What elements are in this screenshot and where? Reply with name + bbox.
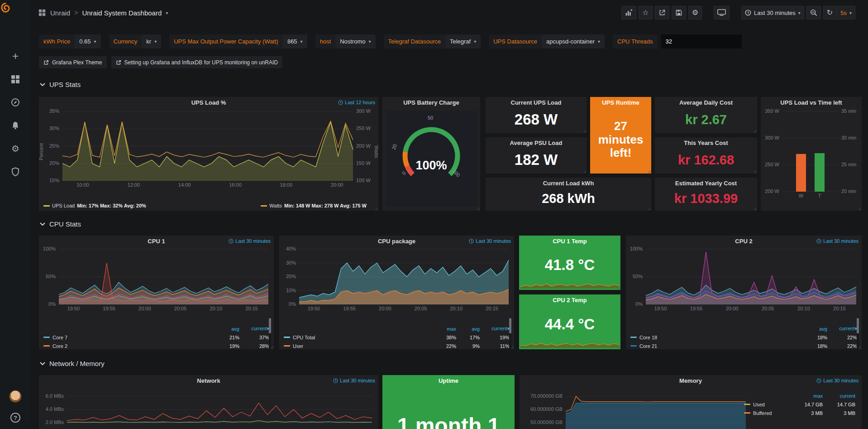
legend-series-name[interactable]: Core 2 (43, 343, 211, 349)
dashboard-grid-icon[interactable] (38, 9, 46, 17)
panel-title[interactable]: CPU 1 Temp (519, 236, 620, 247)
legend-scrollbar[interactable] (857, 317, 859, 351)
refresh-button[interactable]: ↻ 5s ▾ (823, 6, 855, 19)
legend-series-name[interactable]: Core 7 (43, 335, 211, 340)
legend-series-name[interactable]: CPU Total (284, 335, 431, 340)
variable-telegraf-datasource[interactable]: Telegraf Datasource Telegraf▾ (384, 34, 481, 48)
cpu-threads-input[interactable] (661, 34, 742, 48)
axis-tick: 20:00 (374, 306, 396, 311)
legend-item[interactable]: UPS Load Min: 17% Max: 32% Avg: 20% (43, 203, 146, 208)
section-title: Network / Memory (49, 360, 105, 367)
variable-kwh-price[interactable]: kWh Price 0.65▾ (39, 34, 101, 48)
panel-time-range: Last 30 minutes (229, 238, 271, 244)
panel-title[interactable]: Memory (520, 375, 862, 387)
dashboards-icon[interactable] (10, 74, 21, 85)
chart-legend: maxavgcurrent▾ CPU Total 38% 17% 19% Use… (284, 324, 510, 350)
panel-title[interactable]: CPU 2 Temp (519, 294, 620, 306)
grafana-logo-icon[interactable] (0, 0, 11, 11)
panel-title[interactable]: Network (39, 375, 378, 387)
axis-tick: 20:15 (829, 306, 850, 311)
zoom-out-button[interactable] (806, 6, 821, 19)
axis-tick: 35% (42, 108, 59, 114)
dropdown-caret-icon: ▾ (94, 39, 96, 44)
axis-tick: 12:00 (123, 182, 144, 188)
axis-tick: 19:50 (650, 306, 672, 311)
gauge-value: 100% (386, 159, 477, 173)
panel-title[interactable]: Average Daily Cost (655, 97, 757, 109)
dashboard-picker-caret-icon[interactable]: ▾ (166, 10, 168, 15)
add-panel-button[interactable] (621, 6, 636, 19)
legend-header[interactable]: avg (211, 326, 239, 332)
variable-ups-datasource[interactable]: UPS Datasource apcupsd-container▾ (489, 34, 605, 48)
variable-host[interactable]: host Nostromo▾ (315, 34, 376, 48)
legend-series-name[interactable]: Buffered (744, 410, 790, 416)
axis-tick: 30 min (841, 135, 859, 140)
link-grafana-plex-theme[interactable]: Grafana Plex Theme (39, 56, 107, 68)
panel-title[interactable]: Estimated Yearly Cost (655, 178, 757, 189)
panel-title[interactable]: UPS Load vs Time left (761, 97, 862, 109)
legend-series-name[interactable]: Used (744, 402, 790, 407)
legend-scrollbar[interactable] (269, 317, 271, 351)
legend-header[interactable]: avg (799, 326, 827, 332)
axis-tick: 0% (282, 301, 296, 307)
gauge-tick: 50 (428, 115, 433, 121)
cycle-view-tv-button[interactable] (714, 6, 730, 19)
legend-header[interactable]: max (431, 326, 456, 332)
link-label: Setting up Grafana and InfluxDB for UPS … (124, 59, 278, 66)
dropdown-caret-icon: ▾ (369, 39, 371, 44)
breadcrumb-separator: > (74, 9, 78, 16)
panel-title[interactable]: Current UPS Load (486, 97, 587, 109)
legend-header[interactable]: max (790, 393, 823, 399)
clock-icon (469, 239, 474, 244)
panel-title[interactable]: Average PSU Load (486, 137, 587, 149)
axis-tick: 350 W (763, 108, 779, 114)
variable-currency[interactable]: Currency kr▾ (109, 34, 162, 48)
dashboard-title[interactable]: Unraid System Dashboard (82, 9, 162, 17)
dropdown-caret-icon: ▾ (154, 39, 157, 44)
legend-header[interactable]: avg (456, 326, 480, 332)
time-picker-button[interactable]: Last 30 minutes ▾ (741, 6, 804, 19)
create-icon[interactable]: + (10, 51, 21, 62)
star-button[interactable]: ☆ (639, 6, 652, 19)
variable-ups-max-power[interactable]: UPS Max Output Power Capacity (Watt) 865… (169, 34, 307, 48)
legend-series-name[interactable]: User (284, 343, 431, 349)
variable-label: kWh Price (39, 34, 75, 48)
panel-title[interactable]: UPS Load % (39, 97, 378, 109)
share-button[interactable] (655, 6, 669, 19)
time-picker-caret-icon: ▾ (798, 10, 801, 15)
panel-title[interactable]: UPS Battery Charge (382, 97, 480, 109)
explore-icon[interactable] (10, 97, 21, 108)
legend-value: 14.7 GB (823, 402, 855, 407)
alerting-bell-icon[interactable] (10, 120, 21, 131)
section-ups-stats[interactable]: UPS Stats (40, 81, 81, 88)
help-icon[interactable]: ? (10, 413, 20, 423)
breadcrumb-folder[interactable]: Unraid (50, 9, 70, 17)
save-button[interactable] (672, 6, 686, 19)
panel-cpu-package: CPU package Last 30 minutes 40%30%20%10%… (279, 236, 514, 349)
legend-scrollbar[interactable] (509, 317, 511, 351)
section-network-memory[interactable]: Network / Memory (40, 360, 105, 367)
configuration-gear-icon[interactable]: ⚙ (10, 143, 21, 154)
user-avatar[interactable] (9, 390, 22, 403)
legend-header[interactable]: current▾ (480, 326, 510, 332)
dashboard-settings-button[interactable]: ⚙ (688, 6, 702, 19)
panel-title[interactable]: This Years Cost (655, 137, 757, 149)
stat-value: 1 month 1 (382, 413, 515, 429)
axis-tick: 70.000000 GB (522, 393, 563, 399)
section-cpu-stats[interactable]: CPU Stats (40, 220, 81, 228)
panel-title[interactable]: Uptime (382, 375, 515, 387)
chart-canvas (629, 246, 859, 312)
server-admin-shield-icon[interactable] (10, 166, 21, 177)
legend-series-name[interactable]: Core 18 (630, 335, 799, 340)
legend-header[interactable]: current▾ (827, 326, 857, 332)
panel-title[interactable]: Current Load kWh (486, 178, 651, 189)
axis-tick: W (792, 193, 810, 198)
legend-series-name[interactable]: Core 21 (630, 343, 799, 349)
legend-header[interactable]: current▾ (239, 326, 269, 332)
legend-header[interactable]: current (823, 393, 855, 399)
axis-tick: 20:15 (481, 306, 503, 311)
panel-average-daily-cost: Average Daily Cost kr 2.67 (655, 97, 757, 133)
link-ups-monitoring-guide[interactable]: Setting up Grafana and InfluxDB for UPS … (111, 56, 283, 68)
panel-title[interactable]: UPS Runtime (590, 97, 651, 109)
legend-item[interactable]: Watts Min: 148 W Max: 278 W Avg: 175 W (261, 203, 367, 208)
